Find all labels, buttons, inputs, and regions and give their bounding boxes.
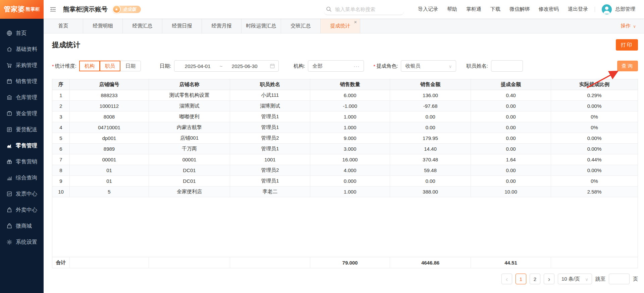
dimension-option[interactable]: 职员 [100,61,120,71]
org-select[interactable]: 全部 [308,60,364,72]
tab[interactable]: 经营月报 [202,19,241,33]
table-cell: 0.00 [471,176,551,186]
sidebar-item[interactable]: 微商城 [0,218,44,234]
top-nav-link[interactable]: 退出登录 [568,6,588,12]
tab[interactable]: 经营汇总 [123,19,162,33]
page-number-button[interactable]: 1 [516,274,526,284]
sidebar-item-label: 销售管理 [16,78,37,85]
table-header-row: 序店铺编号店铺名称职员姓名销售数量销售金额提成金额实际提成比例 [52,79,638,90]
sidebar-item-label: 仓库管理 [16,94,37,101]
table-cell: 04710001 [70,122,149,133]
tab[interactable]: 交班汇总 [281,19,321,33]
role-select[interactable]: 收银员 [401,60,456,72]
dimension-option[interactable]: 机构 [79,61,100,71]
table-cell: 1000112 [70,101,149,111]
top-nav-link[interactable]: 帮助 [447,6,457,12]
staff-name-input[interactable] [491,60,523,72]
table-cell: 5 [52,133,70,143]
org-select-value: 全部 [312,63,322,69]
table-row: 38008嘟嘟便利管理员11.0000.000.000% [52,112,638,122]
dimension-segments: 机构 职员 日期 [79,61,141,71]
table-cell: 0% [551,176,638,186]
sidebar-item[interactable]: 零售管理 [0,138,44,154]
tab[interactable]: 首页 [44,19,83,33]
table-cell: 0.00 [471,165,551,175]
content-panel: 提成统计 打印 * 统计维度: 机构 职员 日期 日期: [44,33,644,293]
table-cell: 0.00% [551,101,638,111]
calendar-icon [270,63,275,69]
sidebar-item[interactable]: 零售营销 [0,154,44,170]
search-input[interactable] [334,6,398,12]
app-logo: 管家婆 熊掌柜 [0,0,44,19]
gear-icon [6,239,12,245]
sidebar-item[interactable]: 首页 [0,25,44,41]
date-to-input[interactable] [225,63,264,69]
tab[interactable]: 经营明细 [83,19,123,33]
date-from-input[interactable] [178,63,217,69]
table-cell: 0.00% [551,144,638,154]
page-size-select[interactable]: 10 条/页 [558,274,592,284]
table-cell: 4.000 [310,165,390,175]
next-page-button[interactable] [544,274,554,284]
jump-page-input[interactable] [609,274,630,284]
sidebar-item[interactable]: 采购管理 [0,57,44,73]
date-range-input[interactable]: ~ [174,60,279,72]
top-nav-link[interactable]: 导入记录 [418,6,438,12]
top-nav-link[interactable]: 下载 [490,6,500,12]
sidebar-item[interactable]: 销售管理 [0,73,44,89]
tab[interactable]: 经营日报 [162,19,202,33]
top-nav-link[interactable]: 微信解绑 [509,6,530,12]
table-cell: 0.00 [471,101,551,111]
staff-label: 职员姓名: [466,63,488,69]
table-cell: dp001 [70,133,149,143]
dimension-option[interactable]: 日期 [120,61,141,71]
avatar [602,4,612,14]
sidebar-item[interactable]: 基础资料 [0,41,44,57]
sidebar: 首页 基础资料 采购管理 销售管理 仓库管理 资金管理 要货配送 [0,19,44,293]
sidebar-item[interactable]: 系统设置 [0,234,44,250]
close-icon[interactable] [354,19,357,24]
collapse-menu-icon[interactable] [50,6,56,12]
column-header: 店铺编号 [70,79,149,90]
tab[interactable]: 提成统计 [321,19,360,33]
table-cell: 888233 [70,90,149,100]
table-cell: 测试零售机构设置 [149,90,230,100]
tab-actions-menu[interactable]: 操作 [612,19,644,33]
pagination: 1 2 10 条/页 跳至 页 [52,274,638,284]
table-cell: 管理员2 [230,133,310,143]
table-cell: 内蒙古航擎 [149,122,230,133]
print-button[interactable]: 打印 [616,39,638,51]
sidebar-item[interactable]: 综合查询 [0,170,44,186]
page-number-button[interactable]: 2 [530,274,540,284]
table-cell: 7 [52,154,70,165]
table-cell: 0.00 [471,133,551,143]
sidebar-item[interactable]: 要货配送 [0,122,44,138]
table-cell: 9.000 [310,133,390,143]
page-title: 提成统计 [52,40,80,50]
user-menu[interactable]: 总部管理 [602,4,635,14]
table-cell: 0.00% [551,165,638,175]
table-cell: 5 [70,187,149,197]
top-nav-link[interactable]: 掌柜通 [466,6,481,12]
sidebar-item[interactable]: 仓库管理 [0,89,44,105]
table-cell: 管理员1 [230,176,310,186]
org-filter: 机构: 全部 [293,60,364,72]
sidebar-item[interactable]: 发票中心 [0,186,44,202]
top-nav-link[interactable]: 修改密码 [539,6,559,12]
table-cell: 1 [52,90,70,100]
table-cell: 管理员1 [230,112,310,122]
dimension-filter: * 统计维度: 机构 职员 日期 [52,61,141,71]
sidebar-item[interactable]: 外卖中心 [0,202,44,218]
table-cell: 0% [551,112,638,122]
edition-badge-label: 企业版 [118,6,141,13]
sidebar-item-label: 零售营销 [16,158,37,165]
sidebar-item[interactable]: 资金管理 [0,105,44,122]
tab[interactable]: 时段运营汇总 [241,19,281,33]
query-button[interactable]: 查询 [617,61,638,71]
table-cell: -97.68 [390,101,471,111]
table-cell: 0.00% [551,133,638,143]
table-body: 1888233测试零售机构设置小武1116.000136.000.400.29%… [52,90,638,197]
top-header: 管家婆 熊掌柜 熊掌柜演示账号 企业版 导入记录 帮助 掌柜通 下载 微信解绑 … [0,0,644,19]
table-cell: 8989 [70,144,149,154]
prev-page-button[interactable] [501,274,512,284]
